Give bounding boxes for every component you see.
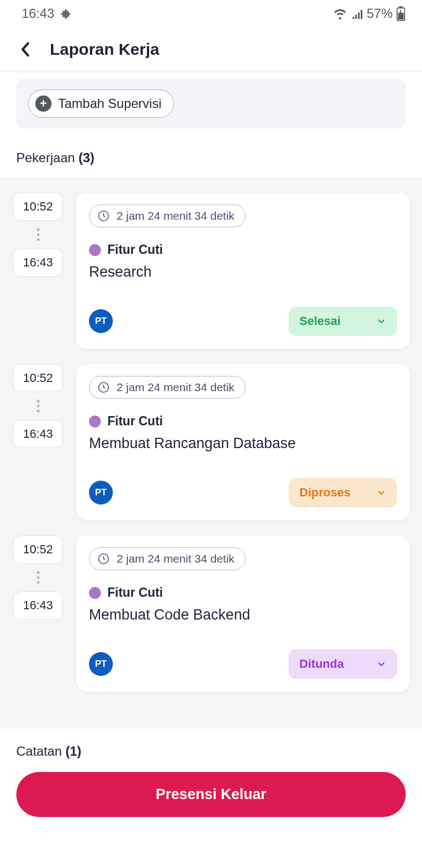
checkout-button[interactable]: Presensi Keluar bbox=[16, 772, 406, 817]
status-select[interactable]: Ditunda bbox=[289, 649, 397, 679]
duration-text: 2 jam 24 menit 34 detik bbox=[117, 209, 234, 222]
add-supervisi-button[interactable]: + Tambah Supervisi bbox=[28, 90, 174, 118]
start-time: 10:52 bbox=[13, 193, 63, 221]
pekerjaan-label: Pekerjaan bbox=[16, 150, 75, 165]
time-column: 10:5216:43 bbox=[12, 535, 64, 692]
avatar[interactable]: PT bbox=[89, 309, 113, 333]
page-title: Laporan Kerja bbox=[50, 40, 159, 59]
pekerjaan-header: Pekerjaan (3) bbox=[0, 129, 422, 177]
catatan-label: Catatan bbox=[16, 744, 62, 758]
status-time: 16:43 bbox=[22, 6, 54, 21]
duration-chip: 2 jam 24 menit 34 detik bbox=[89, 205, 246, 227]
status-select[interactable]: Selesai bbox=[289, 307, 397, 336]
time-column: 10:5216:43 bbox=[12, 193, 64, 349]
catatan-count: (1) bbox=[66, 744, 81, 758]
start-time: 10:52 bbox=[13, 364, 63, 392]
checkout-label: Presensi Keluar bbox=[156, 786, 266, 802]
feature-dot-icon bbox=[89, 244, 101, 256]
catatan-header: Catatan (1) bbox=[0, 729, 422, 769]
chevron-down-icon bbox=[376, 659, 386, 669]
task-card[interactable]: 2 jam 24 menit 34 detikFitur CutiResearc… bbox=[76, 193, 410, 349]
status-bar: 16:43 57% bbox=[0, 0, 422, 27]
battery-icon bbox=[396, 6, 406, 21]
plus-icon: + bbox=[35, 95, 52, 112]
duration-chip: 2 jam 24 menit 34 detik bbox=[89, 376, 246, 399]
end-time: 16:43 bbox=[13, 248, 63, 277]
avatar[interactable]: PT bbox=[89, 481, 113, 505]
status-text: Ditunda bbox=[299, 657, 344, 671]
feature-name: Fitur Cuti bbox=[107, 242, 163, 257]
wifi-icon bbox=[333, 7, 347, 21]
task-card[interactable]: 2 jam 24 menit 34 detikFitur CutiMembuat… bbox=[76, 535, 410, 692]
start-time: 10:52 bbox=[13, 535, 63, 564]
clock-icon bbox=[97, 209, 110, 222]
puzzle-icon bbox=[61, 8, 72, 19]
chevron-down-icon bbox=[376, 316, 386, 326]
more-icon[interactable] bbox=[35, 392, 41, 420]
task-title: Research bbox=[89, 264, 397, 280]
duration-text: 2 jam 24 menit 34 detik bbox=[117, 381, 234, 394]
duration-chip: 2 jam 24 menit 34 detik bbox=[89, 547, 246, 570]
task-row: 10:5216:432 jam 24 menit 34 detikFitur C… bbox=[12, 535, 410, 692]
signal-icon bbox=[350, 7, 363, 20]
back-button[interactable] bbox=[16, 41, 34, 58]
end-time: 16:43 bbox=[13, 420, 63, 448]
end-time: 16:43 bbox=[13, 591, 63, 620]
feature-dot-icon bbox=[89, 416, 101, 427]
clock-icon bbox=[97, 552, 110, 565]
status-text: Diproses bbox=[299, 486, 350, 500]
avatar[interactable]: PT bbox=[89, 652, 113, 676]
status-text: Selesai bbox=[299, 314, 341, 328]
divider bbox=[0, 72, 422, 72]
more-icon[interactable] bbox=[35, 564, 41, 591]
more-icon[interactable] bbox=[35, 221, 41, 248]
app-header: Laporan Kerja bbox=[0, 27, 422, 72]
clock-icon bbox=[97, 381, 110, 394]
battery-percent: 57% bbox=[367, 6, 393, 21]
pekerjaan-count: (3) bbox=[79, 150, 94, 165]
svg-rect-1 bbox=[399, 7, 403, 9]
task-row: 10:5216:432 jam 24 menit 34 detikFitur C… bbox=[12, 364, 410, 520]
feature-name: Fitur Cuti bbox=[107, 414, 163, 429]
feature-dot-icon bbox=[89, 587, 101, 599]
task-row: 10:5216:432 jam 24 menit 34 detikFitur C… bbox=[12, 193, 410, 349]
chevron-left-icon bbox=[20, 42, 30, 57]
time-column: 10:5216:43 bbox=[12, 364, 64, 520]
duration-text: 2 jam 24 menit 34 detik bbox=[117, 552, 234, 565]
status-select[interactable]: Diproses bbox=[289, 478, 397, 507]
supervisi-bar: + Tambah Supervisi bbox=[16, 79, 406, 129]
task-title: Membuat Rancangan Database bbox=[89, 435, 397, 452]
add-supervisi-label: Tambah Supervisi bbox=[58, 96, 162, 111]
chevron-down-icon bbox=[376, 488, 386, 497]
task-title: Membuat Code Backend bbox=[89, 607, 397, 623]
feature-name: Fitur Cuti bbox=[107, 585, 163, 600]
task-card[interactable]: 2 jam 24 menit 34 detikFitur CutiMembuat… bbox=[76, 364, 410, 520]
task-list: 10:5216:432 jam 24 menit 34 detikFitur C… bbox=[0, 177, 422, 729]
